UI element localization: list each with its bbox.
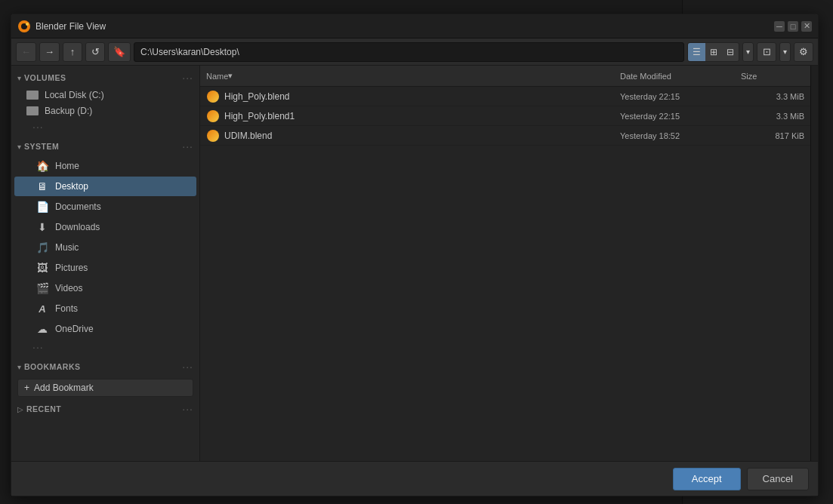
filter-button[interactable]: ⊡ bbox=[757, 42, 776, 62]
pictures-icon: 🖼 bbox=[35, 261, 49, 275]
accept-button[interactable]: Accept bbox=[673, 468, 741, 490]
recent-section-header[interactable]: ▷ Recent ··· bbox=[11, 400, 199, 418]
sidebar-item-desktop[interactable]: 🖥 Desktop bbox=[14, 177, 196, 196]
system-section: ▾ System ··· 🏠 Home 🖥 Desktop 📄 Document… bbox=[11, 137, 199, 355]
blend-file-icon bbox=[206, 90, 220, 103]
sidebar-item-music[interactable]: 🎵 Music bbox=[14, 238, 196, 257]
onedrive-icon: ☁ bbox=[35, 322, 49, 336]
volumes-arrow-icon: ▾ bbox=[17, 74, 21, 82]
col-size-label: Size bbox=[741, 72, 757, 81]
bg-values bbox=[683, 0, 833, 12]
filter-arrow-button[interactable]: ▾ bbox=[779, 42, 791, 62]
sidebar-item-videos-label: Videos bbox=[55, 283, 82, 293]
recent-arrow-icon: ▷ bbox=[17, 405, 23, 413]
recent-section-dots: ··· bbox=[182, 403, 193, 415]
sidebar-item-home[interactable]: 🏠 Home bbox=[14, 156, 196, 176]
desktop-icon: 🖥 bbox=[35, 180, 49, 193]
bookmarks-section-title: Bookmarks bbox=[24, 362, 182, 371]
system-section-title: System bbox=[24, 142, 182, 151]
main-content: ▾ Volumes ··· Local Disk (C:) Backup (D:… bbox=[11, 66, 818, 461]
file-area: Name ▾ Date Modified Size Hig bbox=[200, 66, 810, 461]
bookmarks-section: ▾ Bookmarks ··· + Add Bookmark bbox=[11, 358, 199, 397]
blend-icon-shape bbox=[207, 110, 219, 122]
videos-icon: 🎬 bbox=[35, 281, 49, 295]
sidebar-item-downloads[interactable]: ⬇ Downloads bbox=[14, 217, 196, 237]
table-row[interactable]: High_Poly.blend Yesterday 22:15 3.3 MiB bbox=[200, 87, 810, 106]
col-name-header[interactable]: Name ▾ bbox=[200, 66, 614, 86]
small-grid-view-button[interactable]: ⊞ bbox=[705, 43, 722, 61]
view-mode-buttons: ☰ ⊞ ⊟ bbox=[687, 42, 739, 62]
system-arrow-icon: ▾ bbox=[17, 143, 21, 151]
sidebar-item-fonts[interactable]: A Fonts bbox=[14, 299, 196, 318]
file-name-cell: High_Poly.blend1 bbox=[200, 106, 614, 125]
parent-dir-button[interactable]: ↑ bbox=[63, 42, 82, 62]
disk-d-label: Backup (D:) bbox=[45, 106, 92, 116]
blend-file-icon bbox=[206, 129, 220, 143]
file-list: High_Poly.blend Yesterday 22:15 3.3 MiB … bbox=[200, 87, 810, 461]
bookmark-button[interactable]: 🔖 bbox=[108, 42, 131, 62]
sidebar-item-pictures[interactable]: 🖼 Pictures bbox=[14, 258, 196, 278]
bookmarks-section-dots: ··· bbox=[182, 361, 193, 373]
view-mode-arrow-button[interactable]: ▾ bbox=[742, 42, 754, 62]
volumes-section-dots: ··· bbox=[182, 72, 193, 84]
col-date-label: Date Modified bbox=[620, 72, 671, 81]
add-bookmark-button[interactable]: + Add Bookmark bbox=[17, 379, 193, 397]
file-name: UDIM.blend bbox=[224, 131, 272, 141]
fonts-icon: A bbox=[35, 302, 49, 315]
sidebar-item-videos[interactable]: 🎬 Videos bbox=[14, 278, 196, 298]
system-section-dots: ··· bbox=[182, 140, 193, 152]
list-view-button[interactable]: ☰ bbox=[688, 43, 705, 61]
blend-icon-shape bbox=[207, 130, 219, 142]
disk-item-d[interactable]: Backup (D:) bbox=[14, 103, 196, 118]
cancel-button[interactable]: Cancel bbox=[747, 468, 809, 490]
blend-icon-shape bbox=[207, 91, 219, 103]
col-name-label: Name bbox=[206, 72, 228, 81]
add-bookmark-plus-icon: + bbox=[24, 383, 29, 393]
minimize-button[interactable]: ─ bbox=[774, 21, 785, 32]
disk-c-icon bbox=[26, 91, 39, 100]
window-title: Blender File View bbox=[35, 21, 774, 32]
file-name: High_Poly.blend1 bbox=[224, 111, 295, 121]
refresh-button[interactable]: ↺ bbox=[85, 42, 105, 62]
volumes-more-dots[interactable]: ··· bbox=[11, 119, 199, 134]
maximize-button[interactable]: □ bbox=[788, 21, 798, 32]
col-size-header[interactable]: Size bbox=[735, 66, 810, 86]
table-row[interactable]: High_Poly.blend1 Yesterday 22:15 3.3 MiB bbox=[200, 106, 810, 126]
file-name-cell: High_Poly.blend bbox=[200, 87, 614, 106]
blender-logo-icon bbox=[17, 20, 31, 33]
blend-file-icon bbox=[206, 109, 220, 123]
disk-c-label: Local Disk (C:) bbox=[45, 90, 104, 100]
file-date: Yesterday 18:52 bbox=[614, 131, 735, 140]
volumes-section-title: Volumes bbox=[24, 73, 182, 82]
back-button[interactable]: ← bbox=[16, 42, 36, 62]
disk-item-c[interactable]: Local Disk (C:) bbox=[14, 88, 196, 103]
table-row[interactable]: UDIM.blend Yesterday 18:52 817 KiB bbox=[200, 126, 810, 146]
vertical-scrollbar[interactable] bbox=[810, 66, 818, 461]
path-input[interactable] bbox=[134, 42, 684, 62]
system-section-header[interactable]: ▾ System ··· bbox=[11, 137, 199, 155]
forward-button[interactable]: → bbox=[39, 42, 60, 62]
footer: Accept Cancel bbox=[11, 461, 818, 496]
home-icon: 🏠 bbox=[35, 159, 49, 173]
file-name: High_Poly.blend bbox=[224, 91, 290, 102]
sidebar-item-onedrive[interactable]: ☁ OneDrive bbox=[14, 319, 196, 339]
disk-d-icon bbox=[26, 106, 39, 115]
col-name-sort-icon: ▾ bbox=[228, 71, 233, 81]
col-date-header[interactable]: Date Modified bbox=[614, 66, 735, 86]
sidebar-item-documents[interactable]: 📄 Documents bbox=[14, 197, 196, 217]
bookmarks-section-header[interactable]: ▾ Bookmarks ··· bbox=[11, 358, 199, 376]
large-grid-view-button[interactable]: ⊟ bbox=[722, 43, 739, 61]
file-size: 817 KiB bbox=[735, 131, 810, 140]
settings-button[interactable]: ⚙ bbox=[794, 42, 813, 62]
add-bookmark-label: Add Bookmark bbox=[34, 383, 94, 393]
system-more-dots[interactable]: ··· bbox=[11, 340, 199, 355]
volumes-section-header[interactable]: ▾ Volumes ··· bbox=[11, 69, 199, 87]
close-button[interactable]: ✕ bbox=[801, 21, 812, 32]
file-table-header: Name ▾ Date Modified Size bbox=[200, 66, 810, 87]
sidebar-item-home-label: Home bbox=[55, 161, 79, 171]
sidebar-item-downloads-label: Downloads bbox=[55, 222, 100, 232]
sidebar-item-documents-label: Documents bbox=[55, 201, 101, 212]
documents-icon: 📄 bbox=[35, 200, 49, 214]
sidebar-item-desktop-label: Desktop bbox=[55, 181, 88, 192]
recent-section-title: Recent bbox=[26, 404, 182, 413]
